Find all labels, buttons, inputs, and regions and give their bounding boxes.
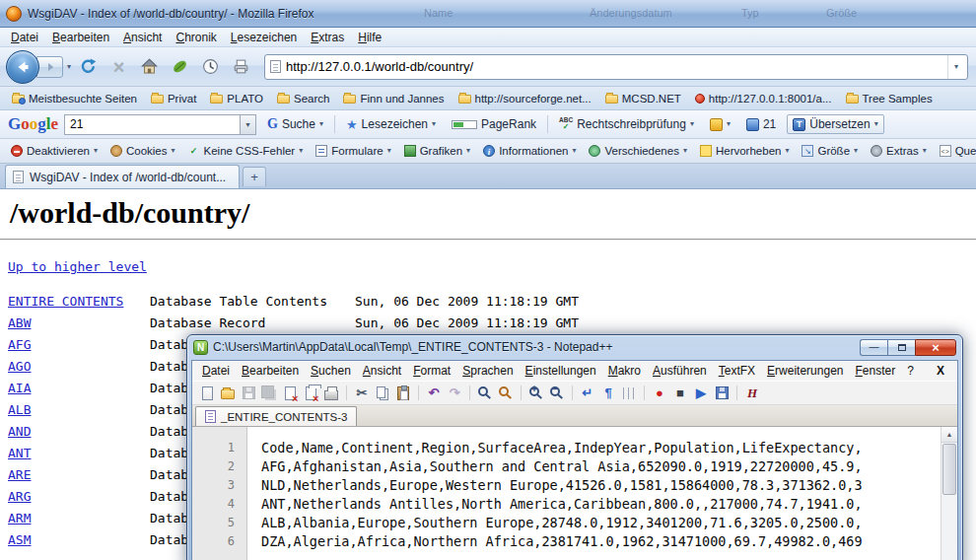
save-icon[interactable] [240, 385, 257, 402]
reload-button[interactable] [75, 53, 102, 80]
np-menu-bearbeiten[interactable]: Bearbeiten [236, 362, 305, 380]
listing-link[interactable]: AIA [8, 381, 31, 395]
bookmark-meistbesuchte-seiten[interactable]: Meistbesuchte Seiten [6, 91, 143, 106]
record-macro-icon[interactable]: ● [651, 385, 668, 402]
replace-icon[interactable] [497, 385, 515, 402]
listing-link[interactable]: ARG [8, 489, 31, 504]
webdev-grafiken[interactable]: Grafiken [399, 143, 475, 159]
url-input[interactable] [281, 59, 947, 74]
np-menu-erweiterungen[interactable]: Erweiterungen [761, 362, 849, 380]
bookmark-http-127-0-0-1-8001-a[interactable]: http://127.0.0.1:8001/a... [689, 91, 838, 106]
np-menu-einstellungen[interactable]: Einstellungen [520, 362, 602, 380]
bookmark-mcsd-net[interactable]: MCSD.NET [599, 91, 687, 106]
bookmark-search[interactable]: Search [271, 91, 335, 106]
copy-icon[interactable] [374, 385, 391, 402]
np-menu-format[interactable]: Format [407, 362, 456, 380]
listing-link[interactable]: AFG [8, 337, 31, 352]
webdev-formulare[interactable]: Formulare [311, 143, 395, 159]
play-macro-icon[interactable]: ▶ [692, 385, 710, 402]
url-dropdown-button[interactable] [947, 55, 964, 79]
webdev-informationen[interactable]: Informationen [478, 143, 581, 159]
menu-lesezeichen[interactable]: Lesezeichen [224, 29, 304, 46]
bookmark-tree-samples[interactable]: Tree Samples [840, 91, 939, 106]
highlight-count-button[interactable]: 21 [741, 115, 781, 133]
webdev-gr-e[interactable]: Größe [797, 143, 863, 159]
bookmark-finn-und-jannes[interactable]: Finn und Jannes [337, 91, 450, 106]
np-menu-ausf-hren[interactable]: Ausführen [647, 362, 713, 380]
close-all-icon[interactable] [302, 385, 319, 402]
listing-link[interactable]: ABW [8, 315, 31, 330]
zoom-out-icon[interactable] [548, 385, 566, 402]
stop-macro-icon[interactable]: ■ [671, 385, 689, 402]
webdev-extras[interactable]: Extras [866, 143, 932, 159]
spellcheck-button[interactable]: ABC Rechtschreibprüfung [554, 115, 699, 134]
webdev-keine-css-fehler[interactable]: Keine CSS-Fehler [183, 143, 309, 159]
print-icon[interactable] [322, 385, 340, 402]
pagerank-indicator[interactable]: PageRank [447, 115, 541, 133]
back-button[interactable] [6, 50, 39, 84]
bookmark-privat[interactable]: Privat [145, 91, 202, 106]
new-file-icon[interactable] [198, 385, 216, 402]
document-tab[interactable]: _ENTIRE_CONTENTS-3 [195, 406, 357, 426]
save-macro-icon[interactable] [713, 385, 731, 402]
webdev-cookies[interactable]: Cookies [105, 143, 180, 159]
print-button[interactable] [228, 53, 254, 80]
np-menu-ansicht[interactable]: Ansicht [357, 362, 407, 380]
textfx-icon[interactable]: H [743, 385, 761, 402]
np-menu-fenster[interactable]: Fenster [849, 362, 901, 380]
bookmark-plato[interactable]: PLATO [204, 91, 269, 106]
new-tab-button[interactable]: + [243, 167, 266, 186]
webdev-hervorheben[interactable]: Hervorheben [695, 143, 795, 159]
bookmark-http-sourceforge-net[interactable]: http://sourceforge.net... [453, 91, 597, 106]
google-search-button[interactable]: G Suche [262, 114, 328, 134]
listing-link[interactable]: ARM [8, 511, 31, 525]
listing-link[interactable]: AND [8, 424, 31, 439]
show-all-chars-icon[interactable]: ¶ [599, 385, 617, 402]
history-clock-button[interactable] [197, 53, 224, 80]
listing-link[interactable]: ANT [8, 446, 31, 460]
minimize-button[interactable]: — [860, 339, 887, 356]
addon-leaf-button[interactable] [167, 53, 193, 80]
np-menu-datei[interactable]: Datei [196, 362, 236, 380]
open-file-icon[interactable] [219, 385, 237, 402]
menu-hilfe[interactable]: Hilfe [351, 29, 388, 46]
editor[interactable]: 123456 Code,Name,Continent,Region,Surfac… [192, 427, 957, 560]
redo-icon[interactable]: ↷ [446, 385, 463, 402]
np-menu-item[interactable]: ? [901, 362, 920, 380]
cut-icon[interactable]: ✂ [353, 385, 371, 402]
scrollbar-thumb[interactable] [942, 444, 956, 495]
webdev-verschiedenes[interactable]: Verschiedenes [584, 143, 691, 159]
listing-link[interactable]: ENTIRE CONTENTS [8, 294, 123, 309]
zoom-in-icon[interactable] [527, 385, 545, 402]
close-file-icon[interactable] [281, 385, 299, 402]
listing-link[interactable]: ALB [8, 402, 31, 417]
close-button[interactable]: × [915, 339, 956, 356]
menu-chronik[interactable]: Chronik [169, 29, 223, 46]
translate-button[interactable]: Übersetzen [787, 114, 883, 134]
np-menu-suchen[interactable]: Suchen [305, 362, 357, 380]
notepad-title-bar[interactable]: C:\Users\Martin\AppData\Local\Temp\_ENTI… [187, 335, 962, 359]
menu-bearbeiten[interactable]: Bearbeiten [45, 29, 116, 46]
webdev-quelltext[interactable]: Quelltext [935, 143, 976, 159]
menu-ansicht[interactable]: Ansicht [116, 29, 169, 46]
undo-icon[interactable]: ↶ [425, 385, 443, 402]
listing-link[interactable]: AGO [8, 359, 31, 374]
up-to-higher-level-link[interactable]: Up to higher level [8, 259, 147, 274]
maximize-button[interactable] [887, 339, 915, 356]
listing-link[interactable]: ARE [8, 467, 31, 482]
home-button[interactable] [136, 53, 163, 80]
menu-extras[interactable]: Extras [304, 29, 351, 46]
google-bookmarks-button[interactable]: Lesezeichen [341, 115, 441, 134]
np-menu-makro[interactable]: Makro [602, 362, 647, 380]
save-all-icon[interactable] [260, 385, 278, 402]
webdev-deaktivieren[interactable]: Deaktivieren [6, 143, 103, 159]
history-dropdown-arrow[interactable] [67, 63, 71, 71]
editor-text-area[interactable]: Code,Name,Continent,Region,SurfaceArea,I… [247, 427, 941, 560]
google-search-input[interactable] [65, 117, 240, 131]
google-search-dropdown[interactable] [240, 115, 255, 134]
forward-button[interactable] [36, 56, 63, 78]
indent-guide-icon[interactable] [620, 385, 638, 402]
listing-link[interactable]: ASM [8, 532, 31, 547]
autofill-button[interactable] [705, 116, 735, 133]
np-menu-textfx[interactable]: TextFX [713, 362, 761, 380]
